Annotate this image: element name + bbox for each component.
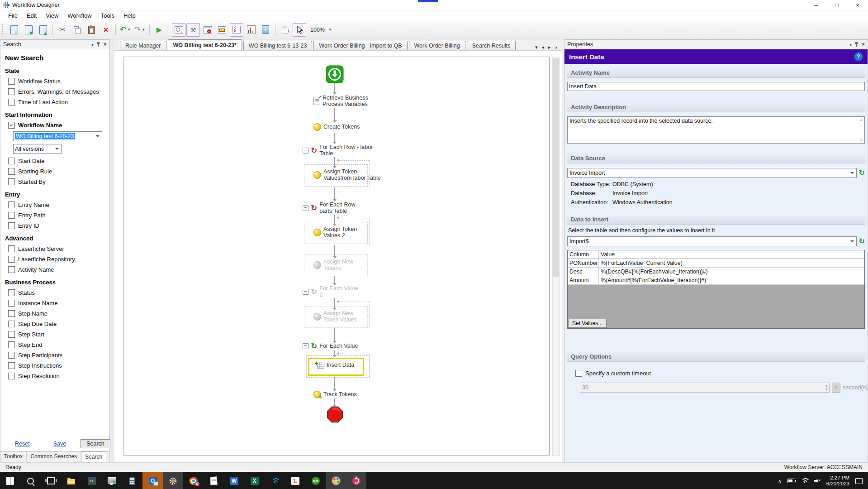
values-table[interactable]: Column Value PONumber %(ForEachValue_Cur… <box>567 250 865 329</box>
workflow-node-foreach_value2[interactable]: −↻For Each Value 2 <box>303 285 362 298</box>
checkbox[interactable] <box>8 256 15 263</box>
checkbox[interactable] <box>8 158 15 164</box>
checkbox[interactable] <box>8 362 15 369</box>
token-arrow-button[interactable]: > <box>832 383 841 393</box>
volume-muted-icon[interactable]: × <box>814 479 821 484</box>
tab-strip-control-icon[interactable]: ▸ <box>548 44 551 50</box>
minimize-button[interactable]: – <box>806 0 826 10</box>
outlook-icon[interactable]: O <box>142 472 163 489</box>
workflow-name-select[interactable]: WO Billing test 6-20-23 <box>13 131 102 141</box>
close-button[interactable]: × <box>847 0 868 10</box>
scroll-down-icon[interactable]: ▼ <box>859 138 864 142</box>
redo-button[interactable]: ↷▼ <box>133 23 147 37</box>
menu-item[interactable]: Help <box>119 11 140 20</box>
spin-up-icon[interactable]: ▲ <box>825 384 828 387</box>
workflow-node-assign_labor[interactable]: Assign Token Valuesfrom labor Table <box>313 168 384 182</box>
search-filter-row[interactable]: Step Start <box>8 331 109 338</box>
collapse-toggle-icon[interactable]: − <box>303 343 308 349</box>
activity-description-text[interactable]: Inserts the specified record into the se… <box>567 116 865 144</box>
table-select[interactable]: Import$ <box>567 236 857 246</box>
search-filter-row[interactable]: Step Instructions <box>8 362 109 369</box>
refresh-icon[interactable]: ↻ <box>859 238 865 245</box>
canvas-vertical-scrollbar[interactable] <box>552 57 560 456</box>
help-icon[interactable]: ? <box>854 52 863 61</box>
chevron-down-icon[interactable]: ▾ <box>91 42 94 47</box>
clock[interactable]: 2:27 PM 6/20/2023 <box>826 475 849 487</box>
checkbox[interactable] <box>8 352 15 359</box>
pin-icon[interactable] <box>855 42 859 47</box>
document-tab[interactable]: WO Billing test 6-13-23 <box>243 41 313 50</box>
menu-item[interactable]: Workflow <box>63 11 96 20</box>
workflow-canvas[interactable]: ↙Retrieve Business Process VariablesCrea… <box>123 57 550 455</box>
table-row[interactable]: Desc %(DescQB#[%(ForEachValue_Iteration)… <box>568 268 864 276</box>
run-button[interactable]: ▶ <box>152 23 166 37</box>
panel-splitter[interactable] <box>110 39 114 462</box>
menu-item[interactable]: File <box>4 11 22 20</box>
workflow-node-insert_data[interactable]: +Insert Data <box>317 362 376 369</box>
search-filter-row[interactable]: Entry Name <box>8 201 109 208</box>
menu-item[interactable]: Tools <box>96 11 119 20</box>
zoom-select[interactable]: 100%▼ <box>307 23 332 37</box>
notepad-icon[interactable] <box>204 472 224 489</box>
workflow-node-assign2[interactable]: Assign Token Values 2 <box>313 226 364 239</box>
checkbox[interactable] <box>8 341 15 348</box>
search-filter-row[interactable]: Errors, Warnings, or Messages <box>8 88 109 95</box>
close-panel-icon[interactable]: × <box>862 41 865 48</box>
publish-workflow-button[interactable]: ▲ <box>36 23 50 37</box>
snipping-tool-icon[interactable]: ✂ <box>81 472 102 489</box>
collapse-toggle-icon[interactable]: − <box>303 289 308 295</box>
search-filter-row[interactable]: Workflow Status <box>8 78 109 85</box>
toolbox-toggle[interactable]: ⚒ <box>186 23 200 37</box>
reset-link[interactable]: Reset <box>15 441 30 447</box>
checkbox[interactable] <box>8 78 15 85</box>
workflow-name-filter-row[interactable]: Workflow Name <box>8 122 109 129</box>
search-filter-row[interactable]: Step Due Date <box>8 321 109 327</box>
table-row[interactable]: Amount %(Amount#[%(ForEachValue_Iteratio… <box>568 276 864 285</box>
checkbox[interactable] <box>575 370 582 377</box>
menu-item[interactable]: Edit <box>22 11 41 20</box>
workflow-node-foreach_parts[interactable]: −↻For Each Row - parts Table <box>303 201 362 215</box>
maximize-button[interactable]: □ <box>826 0 847 10</box>
scroll-up-icon[interactable]: ▲ <box>859 118 864 122</box>
search-filter-row[interactable]: Entry ID <box>8 222 109 229</box>
copy-button[interactable] <box>70 23 84 37</box>
delete-button[interactable]: × <box>99 23 113 37</box>
chevron-down-icon[interactable]: ▾ <box>849 42 852 47</box>
workflow-node-track_tokens[interactable]: ✎Track Tokens <box>313 391 391 398</box>
checkbox[interactable] <box>8 310 15 317</box>
select-button[interactable] <box>293 23 306 37</box>
activity-name-input[interactable] <box>567 82 865 91</box>
new-workflow-button[interactable]: ✦ <box>7 23 21 37</box>
calculator-icon[interactable] <box>122 472 142 489</box>
search-filter-row[interactable]: Activity Name <box>8 266 109 273</box>
workflow-node-assign_new_tokens[interactable]: Assign New Tokens <box>313 259 364 272</box>
collapse-toggle-icon[interactable]: − <box>303 205 308 211</box>
checkbox[interactable] <box>8 201 15 208</box>
start-button[interactable] <box>0 472 20 489</box>
pin-icon[interactable] <box>97 42 100 47</box>
workflow-node-foreach_labor[interactable]: −↻For Each Row - labor Table <box>303 144 376 157</box>
search-filter-row[interactable]: Step Resolution <box>8 373 109 379</box>
checkbox[interactable] <box>8 289 15 296</box>
search-filter-row[interactable]: Laserfiche Repository <box>8 256 109 263</box>
file-explorer-icon[interactable] <box>61 472 81 489</box>
quickbooks-icon[interactable]: qb <box>305 472 326 489</box>
save-link[interactable]: Save <box>53 441 66 447</box>
tab-strip-control-icon[interactable]: ▾ <box>535 44 538 50</box>
checkbox[interactable] <box>8 99 15 105</box>
sidebar-bottom-tab[interactable]: Search <box>81 451 106 462</box>
wifi-icon[interactable] <box>801 478 808 484</box>
table-row[interactable]: PONumber %(ForEachValue_Current Value) <box>568 259 864 268</box>
reports-button[interactable] <box>244 23 258 37</box>
close-panel-icon[interactable]: × <box>104 41 107 48</box>
search-filter-row[interactable]: Status <box>8 289 109 296</box>
document-tab[interactable]: Work Order Billing - Import to QB <box>313 41 407 50</box>
notification-center-icon[interactable] <box>855 478 863 484</box>
refresh-icon[interactable]: ↻ <box>859 169 865 177</box>
media-app-icon[interactable] <box>346 472 366 489</box>
search-button[interactable] <box>20 472 41 489</box>
excel-icon[interactable]: X <box>244 472 265 489</box>
search-filter-row[interactable]: Instance Name <box>8 300 109 307</box>
undo-button[interactable]: ↶▼ <box>119 23 132 37</box>
task-view-button[interactable] <box>41 472 61 489</box>
